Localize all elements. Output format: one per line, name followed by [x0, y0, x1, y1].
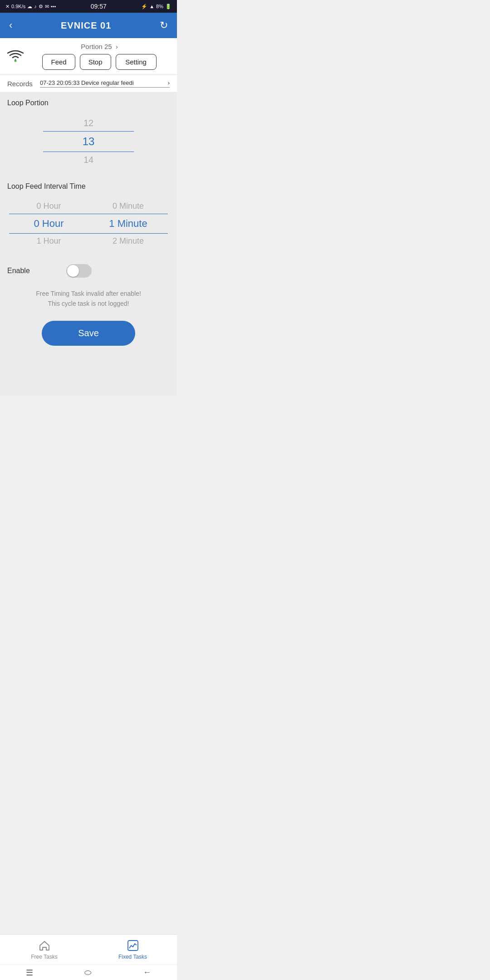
- hour-above[interactable]: 0 Hour: [9, 199, 88, 214]
- page-title: EVNICE 01: [61, 20, 111, 31]
- portion-label: Portion 25: [81, 43, 112, 50]
- refresh-button[interactable]: ↻: [158, 18, 170, 33]
- enable-row: Enable: [0, 257, 177, 285]
- loop-portion-picker[interactable]: 12 13 14: [0, 111, 177, 172]
- minute-below[interactable]: 2 Minute: [88, 234, 168, 249]
- portion-chevron-icon[interactable]: ›: [116, 43, 118, 50]
- portion-controls: Portion 25 › Feed Stop Setting: [29, 43, 170, 70]
- minute-picker-col[interactable]: 0 Minute 1 Minute 2 Minute: [88, 199, 168, 249]
- setting-button[interactable]: Setting: [116, 54, 157, 70]
- battery-percent: 8%: [156, 4, 163, 9]
- minute-above[interactable]: 0 Minute: [88, 199, 168, 214]
- records-text: 07-23 20:05:33 Device regular feedi: [40, 79, 134, 86]
- enable-label: Enable: [7, 267, 30, 275]
- status-right: ⚡ ▲ 8% 🔋: [141, 4, 172, 10]
- status-left: ✕ 0.9K/s ☁ ♪ ⚙ ✉ •••: [5, 4, 56, 10]
- main-content: Loop Portion 12 13 14 Loop Feed Interval…: [0, 93, 177, 396]
- hour-selected[interactable]: 0 Hour: [9, 214, 88, 234]
- records-row[interactable]: Records 07-23 20:05:33 Device regular fe…: [0, 75, 177, 93]
- loop-feed-interval-label: Loop Feed Interval Time: [0, 176, 177, 194]
- save-btn-container: Save: [0, 316, 177, 359]
- save-button[interactable]: Save: [42, 321, 135, 346]
- portion-picker-col[interactable]: 12 13 14: [48, 115, 129, 168]
- records-chevron-icon: ›: [168, 79, 170, 86]
- bluetooth-icon: ⚡: [141, 4, 147, 10]
- wifi-status-icon: ▲: [149, 4, 154, 9]
- records-content[interactable]: 07-23 20:05:33 Device regular feedi ›: [40, 79, 170, 88]
- records-label: Records: [7, 80, 34, 88]
- wifi-signal-icon: [7, 49, 24, 63]
- hour-below[interactable]: 1 Hour: [9, 234, 88, 249]
- enable-toggle[interactable]: [66, 264, 92, 278]
- battery-icon: 🔋: [165, 4, 172, 10]
- toggle-knob: [67, 265, 79, 277]
- warning-text: Free Timing Task invalid after enable! T…: [0, 285, 177, 316]
- speed-indicator: 0.9K/s: [11, 4, 25, 9]
- status-bar: ✕ 0.9K/s ☁ ♪ ⚙ ✉ ••• 09:57 ⚡ ▲ 8% 🔋: [0, 0, 177, 13]
- stop-button[interactable]: Stop: [80, 54, 111, 70]
- warning-line1: Free Timing Task invalid after enable!: [9, 289, 168, 299]
- cloud-icon: ☁: [27, 4, 32, 10]
- picker-below[interactable]: 14: [43, 152, 134, 168]
- action-buttons-row: Feed Stop Setting: [29, 54, 170, 70]
- loop-portion-label: Loop Portion: [0, 93, 177, 111]
- sync-icon: ⚙: [39, 4, 43, 10]
- status-time: 09:57: [91, 3, 107, 10]
- more-icon: •••: [51, 4, 56, 9]
- music-icon: ♪: [34, 4, 37, 9]
- warning-line2: This cycle task is not logged!: [9, 299, 168, 309]
- feed-button[interactable]: Feed: [42, 54, 75, 70]
- portion-row: Portion 25 ›: [29, 43, 170, 50]
- close-icon: ✕: [5, 4, 10, 10]
- minute-selected[interactable]: 1 Minute: [88, 214, 168, 234]
- back-button[interactable]: ‹: [7, 18, 14, 33]
- mail-icon: ✉: [45, 4, 49, 10]
- picker-selected[interactable]: 13: [43, 131, 134, 152]
- interval-picker[interactable]: 0 Hour 0 Hour 1 Hour 0 Minute 1 Minute 2…: [0, 194, 177, 253]
- svg-point-0: [15, 60, 17, 62]
- device-row: Portion 25 › Feed Stop Setting: [0, 38, 177, 75]
- header: ‹ EVNICE 01 ↻: [0, 13, 177, 38]
- hour-picker-col[interactable]: 0 Hour 0 Hour 1 Hour: [9, 199, 88, 249]
- picker-above[interactable]: 12: [43, 115, 134, 131]
